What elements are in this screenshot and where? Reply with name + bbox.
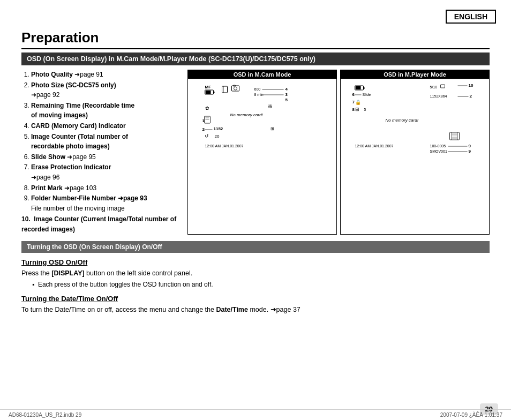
section2-header: Turning the OSD (On Screen Display) On/O… xyxy=(21,241,490,253)
list-item: CARD (Memory Card) Indicator xyxy=(31,121,182,131)
page-title: Preparation xyxy=(21,29,490,49)
content-row: Photo Quality ➜page 91 Photo Size (SC-DC… xyxy=(21,70,490,235)
svg-text:8 min: 8 min xyxy=(254,93,264,96)
svg-text:⊞: ⊞ xyxy=(355,107,359,112)
svg-text:4: 4 xyxy=(285,87,288,92)
svg-rect-3 xyxy=(214,92,215,93)
svg-text:MF: MF xyxy=(205,85,212,89)
svg-text:5/10: 5/10 xyxy=(430,85,438,89)
list-item: Photo Quality ➜page 91 xyxy=(31,70,182,80)
list-item: Remaining Time (Recordable timeof moving… xyxy=(31,101,182,121)
svg-text:9: 9 xyxy=(469,144,471,148)
list-item: Image Counter (Total number ofrecordable… xyxy=(31,132,182,152)
footer-right: 2007-07-09 ¿ÀÊÄ 1:01:37 xyxy=(440,412,502,418)
language-label: ENGLISH xyxy=(446,10,496,24)
svg-text:5: 5 xyxy=(285,98,288,102)
svg-text:1152X864: 1152X864 xyxy=(430,94,447,98)
display-bold: [DISPLAY] xyxy=(51,269,84,277)
svg-text:5: 5 xyxy=(364,108,366,111)
svg-rect-56 xyxy=(452,137,457,139)
svg-text:3: 3 xyxy=(285,92,288,97)
footer-left: AD68-01230A_US_R2.indb 29 xyxy=(9,412,81,418)
osd-mplayer-content: 10 5/10 6 xyxy=(341,79,489,156)
svg-rect-38 xyxy=(364,87,365,89)
svg-text:🔒: 🔒 xyxy=(355,99,362,106)
svg-text:No memory card!: No memory card! xyxy=(230,112,264,117)
list-item: Print Mark ➜page 103 xyxy=(31,183,182,193)
subsection1-title: Turning OSD On/Off xyxy=(21,258,490,266)
svg-text:✿: ✿ xyxy=(205,106,209,111)
numbered-list: Photo Quality ➜page 91 Photo Size (SC-DC… xyxy=(21,70,182,235)
svg-text:20: 20 xyxy=(215,134,220,139)
datetime-bold: Date/Time xyxy=(216,306,248,313)
osd-mcam-box: OSD in M.Cam Mode MF xyxy=(187,70,337,235)
svg-text:Slide: Slide xyxy=(363,93,371,96)
svg-text:SMOV001: SMOV001 xyxy=(430,149,447,153)
osd-mcam-title: OSD in M.Cam Mode xyxy=(188,70,336,79)
osd-mcam-svg: MF 600 xyxy=(188,79,336,156)
osd-mcam-content: MF 600 xyxy=(188,79,336,156)
turning-osd-section: Turning OSD On/Off Press the [DISPLAY] b… xyxy=(21,258,490,316)
osd-diagrams: OSD in M.Cam Mode MF xyxy=(187,70,490,235)
svg-rect-39 xyxy=(356,86,361,89)
main-content: Preparation OSD (On Screen Display) in M… xyxy=(0,0,511,327)
svg-text:6: 6 xyxy=(352,92,355,97)
svg-text:600: 600 xyxy=(254,87,261,91)
svg-rect-55 xyxy=(452,133,457,136)
footer: AD68-01230A_US_R2.indb 29 2007-07-09 ¿ÀÊ… xyxy=(0,409,511,420)
svg-text:1: 1 xyxy=(202,118,205,123)
svg-text:100-0005: 100-0005 xyxy=(430,144,446,148)
svg-text:12:00 AM JAN.01.2007: 12:00 AM JAN.01.2007 xyxy=(205,144,244,148)
svg-text:9: 9 xyxy=(469,149,471,154)
osd-mplayer-title: OSD in M.Player Mode xyxy=(341,70,489,79)
subsection1-text: Press the [DISPLAY] button on the left s… xyxy=(21,268,490,279)
subsection2-text: To turn the Date/Time on or off, access … xyxy=(21,305,490,315)
list-item-erase-protection: Erase Protection Indicator➜page 96 xyxy=(31,162,182,182)
svg-text:2: 2 xyxy=(202,127,205,132)
svg-text:❊: ❊ xyxy=(268,103,272,109)
list-item: Folder Number-File Number ➜page 93File n… xyxy=(31,193,182,213)
svg-text:10: 10 xyxy=(469,83,474,88)
svg-text:↺: ↺ xyxy=(205,133,209,139)
osd-mplayer-svg: 10 5/10 6 xyxy=(341,79,489,156)
section1-header: OSD (On Screen Display) in M.Cam Mode/M.… xyxy=(21,52,490,65)
svg-text:1152: 1152 xyxy=(214,126,223,131)
subsection2-title: Turning the Date/Time On/Off xyxy=(21,295,490,303)
list-item-10: 10. Image Counter (Current Image/Total n… xyxy=(21,214,182,234)
list-item: Slide Show ➜page 95 xyxy=(31,152,182,162)
svg-text:⊞: ⊞ xyxy=(270,126,274,131)
list-item: Photo Size (SC-DC575 only)➜page 92 xyxy=(31,80,182,100)
osd-mplayer-box: OSD in M.Player Mode 10 5/10 xyxy=(340,70,490,235)
svg-rect-4 xyxy=(206,91,211,94)
page: ENGLISH Preparation OSD (On Screen Displ… xyxy=(0,0,511,420)
svg-text:No memory card!: No memory card! xyxy=(386,118,419,123)
svg-text:12:00 AM JAN.01.2007: 12:00 AM JAN.01.2007 xyxy=(355,144,394,148)
svg-text:2: 2 xyxy=(470,94,472,99)
subsection1-bullet: ▪ Each press of the button toggles the O… xyxy=(21,280,490,289)
